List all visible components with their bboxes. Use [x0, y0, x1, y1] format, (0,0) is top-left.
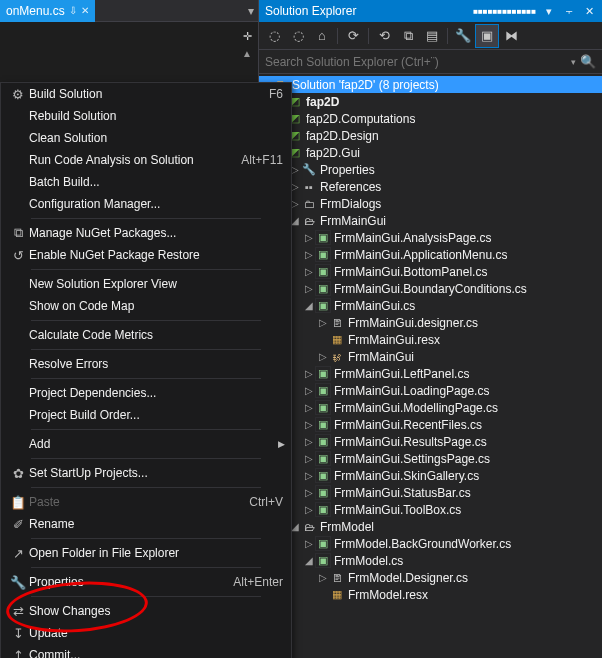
form-icon: ▣: [315, 502, 331, 517]
form-icon: ▣: [315, 417, 331, 432]
menu-rename[interactable]: ✐ Rename: [1, 513, 291, 535]
menu-manage-nuget[interactable]: ⧉ Manage NuGet Packages...: [1, 222, 291, 244]
file-node[interactable]: ▷▣ FrmMainGui.BoundaryConditions.cs: [259, 280, 602, 297]
scroll-up-icon[interactable]: ▲: [242, 48, 252, 59]
pin-icon[interactable]: ⇩: [69, 5, 77, 16]
menu-config-manager[interactable]: Configuration Manager...: [1, 193, 291, 215]
project-node[interactable]: ▷◩ fap2D.Computations: [259, 110, 602, 127]
show-all-icon[interactable]: ▤: [421, 25, 443, 47]
split-icon[interactable]: ✛: [243, 30, 252, 43]
file-node[interactable]: ▷▣ FrmMainGui.RecentFiles.cs: [259, 416, 602, 433]
solution-tree[interactable]: ◢ ⧉ Solution 'fap2D' (8 projects) ▷ ◩ fa…: [259, 74, 602, 658]
folder-node[interactable]: ▷🗀 FrmDialogs: [259, 195, 602, 212]
resx-icon: ▦: [329, 333, 345, 346]
paste-icon: 📋: [7, 495, 29, 510]
menu-calc-metrics[interactable]: Calculate Code Metrics: [1, 324, 291, 346]
menu-build-solution[interactable]: ⚙ Build Solution F6: [1, 83, 291, 105]
folder-node[interactable]: ◢🗁 FrmModel: [259, 518, 602, 535]
project-node[interactable]: ▷◩ fap2D.Design: [259, 127, 602, 144]
search-bar[interactable]: ▾ 🔍: [259, 50, 602, 74]
folder-icon: 🗀: [301, 198, 317, 210]
file-node[interactable]: ◢▣ FrmMainGui.cs: [259, 297, 602, 314]
menu-update[interactable]: ↧ Update: [1, 622, 291, 644]
file-node[interactable]: ▷▣ FrmMainGui.ToolBox.cs: [259, 501, 602, 518]
file-node[interactable]: ▷▣ FrmMainGui.ApplicationMenu.cs: [259, 246, 602, 263]
file-node[interactable]: ▷🖹 FrmModel.Designer.cs: [259, 569, 602, 586]
references-node[interactable]: ▷▪▪ References: [259, 178, 602, 195]
project-node[interactable]: ◢◩ fap2D.Gui: [259, 144, 602, 161]
home-icon[interactable]: ⌂: [311, 25, 333, 47]
file-node[interactable]: ▷▣ FrmModel.BackGroundWorker.cs: [259, 535, 602, 552]
search-input[interactable]: [265, 55, 567, 69]
file-node[interactable]: ▷▣ FrmMainGui.AnalysisPage.cs: [259, 229, 602, 246]
restore-icon: ↺: [7, 248, 29, 263]
menu-project-deps[interactable]: Project Dependencies...: [1, 382, 291, 404]
refresh-icon[interactable]: ⟲: [373, 25, 395, 47]
form-icon: ▣: [315, 281, 331, 296]
folder-node[interactable]: ◢🗁 FrmMainGui: [259, 212, 602, 229]
close-icon[interactable]: ✕: [582, 5, 596, 18]
collapse-all-icon[interactable]: ⧉: [397, 25, 419, 47]
search-icon[interactable]: 🔍: [580, 54, 596, 69]
menu-batch-build[interactable]: Batch Build...: [1, 171, 291, 193]
panel-toolbar: ◌ ◌ ⌂ ⟳ ⟲ ⧉ ▤ 🔧 ▣ ⧓: [259, 22, 602, 50]
menu-show-changes[interactable]: ⇄ Show Changes: [1, 600, 291, 622]
menu-show-code-map[interactable]: Show on Code Map: [1, 295, 291, 317]
file-node[interactable]: ▷▣ FrmMainGui.BottomPanel.cs: [259, 263, 602, 280]
panel-title: Solution Explorer: [265, 4, 467, 18]
project-node[interactable]: ▷ ◩ fap2D: [259, 93, 602, 110]
form-icon: ▣: [315, 230, 331, 245]
form-icon: ▣: [315, 383, 331, 398]
menu-properties[interactable]: 🔧 Properties Alt+Enter: [1, 571, 291, 593]
menu-rebuild-solution[interactable]: Rebuild Solution: [1, 105, 291, 127]
form-icon: ▣: [315, 400, 331, 415]
file-node[interactable]: ▷▣ FrmMainGui.StatusBar.cs: [259, 484, 602, 501]
document-tab[interactable]: onMenu.cs ⇩ ✕: [0, 0, 95, 22]
file-node[interactable]: ▷▣ FrmMainGui.ResultsPage.cs: [259, 433, 602, 450]
tab-overflow-icon[interactable]: ▾: [248, 4, 258, 18]
form-icon: ▣: [315, 247, 331, 262]
solution-node[interactable]: ◢ ⧉ Solution 'fap2D' (8 projects): [259, 76, 602, 93]
menu-open-folder[interactable]: ↗ Open Folder in File Explorer: [1, 542, 291, 564]
menu-new-solexp[interactable]: New Solution Explorer View: [1, 273, 291, 295]
file-node[interactable]: ▦ FrmModel.resx: [259, 586, 602, 603]
sync-icon[interactable]: ⟳: [342, 25, 364, 47]
wrench-icon: 🔧: [301, 163, 317, 176]
pin-icon[interactable]: ⫟: [562, 5, 576, 17]
menu-paste: 📋 Paste Ctrl+V: [1, 491, 291, 513]
view-class-icon[interactable]: ⧓: [500, 25, 522, 47]
file-node[interactable]: ▷▣ FrmMainGui.LeftPanel.cs: [259, 365, 602, 382]
file-node[interactable]: ▷▣ FrmMainGui.ModellingPage.cs: [259, 399, 602, 416]
class-node[interactable]: ▷🝳 FrmMainGui: [259, 348, 602, 365]
menu-project-build-order[interactable]: Project Build Order...: [1, 404, 291, 426]
panel-titlebar[interactable]: Solution Explorer ■■■■■■■■■■■■■ ▾ ⫟ ✕: [259, 0, 602, 22]
window-menu-icon[interactable]: ▾: [542, 5, 556, 18]
form-icon: ▣: [315, 366, 331, 381]
file-node[interactable]: ▷▣ FrmMainGui.SkinGallery.cs: [259, 467, 602, 484]
menu-add[interactable]: Add ▶: [1, 433, 291, 455]
open-folder-icon: ↗: [7, 546, 29, 561]
back-icon[interactable]: ◌: [263, 25, 285, 47]
menu-run-code-analysis[interactable]: Run Code Analysis on Solution Alt+F11: [1, 149, 291, 171]
file-node[interactable]: ▷▣ FrmMainGui.LoadingPage.cs: [259, 382, 602, 399]
file-node[interactable]: ▦ FrmMainGui.resx: [259, 331, 602, 348]
forward-icon[interactable]: ◌: [287, 25, 309, 47]
chevron-down-icon[interactable]: ▾: [567, 57, 580, 67]
document-tab-strip: onMenu.cs ⇩ ✕ ▾: [0, 0, 258, 22]
properties-icon[interactable]: 🔧: [452, 25, 474, 47]
file-node[interactable]: ▷▣ FrmMainGui.SettingsPage.cs: [259, 450, 602, 467]
nuget-icon: ⧉: [7, 225, 29, 241]
file-node[interactable]: ▷🖹 FrmMainGui.designer.cs: [259, 314, 602, 331]
folder-open-icon: 🗁: [301, 521, 317, 533]
preview-icon[interactable]: ▣: [476, 25, 498, 47]
form-icon: ▣: [315, 536, 331, 551]
changes-icon: ⇄: [7, 604, 29, 619]
menu-commit[interactable]: ↥ Commit...: [1, 644, 291, 658]
file-node[interactable]: ◢▣ FrmModel.cs: [259, 552, 602, 569]
menu-enable-nuget[interactable]: ↺ Enable NuGet Package Restore: [1, 244, 291, 266]
menu-resolve-errors[interactable]: Resolve Errors: [1, 353, 291, 375]
properties-node[interactable]: ▷🔧 Properties: [259, 161, 602, 178]
menu-set-startup[interactable]: ✿ Set StartUp Projects...: [1, 462, 291, 484]
menu-clean-solution[interactable]: Clean Solution: [1, 127, 291, 149]
close-icon[interactable]: ✕: [81, 5, 89, 16]
